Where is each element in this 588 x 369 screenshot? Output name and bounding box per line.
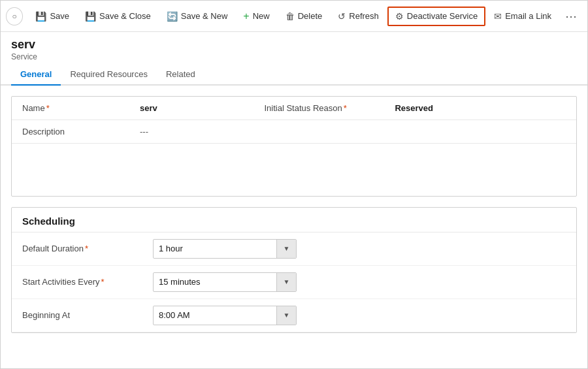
default-duration-label: Default Duration* bbox=[12, 233, 142, 266]
deactivate-label: Deactivate Service bbox=[407, 11, 478, 21]
initial-status-value: Reserved bbox=[384, 97, 576, 120]
refresh-button[interactable]: ↺ Refresh bbox=[331, 7, 386, 25]
save-close-label: Save & Close bbox=[99, 11, 151, 21]
new-button[interactable]: + New bbox=[236, 7, 276, 26]
beginning-at-field: 8:00 AM ▼ bbox=[142, 298, 576, 332]
save-close-button[interactable]: 💾 Save & Close bbox=[78, 7, 158, 25]
more-icon: ⋯ bbox=[565, 10, 577, 23]
description-row: Description --- bbox=[12, 120, 576, 144]
dropdown-arrow-icon-3: ▼ bbox=[284, 312, 290, 319]
tab-general[interactable]: General bbox=[11, 64, 61, 86]
desc-right-label bbox=[253, 120, 384, 144]
new-label: New bbox=[253, 11, 270, 21]
general-form-table: Name* serv Initial Status Reason* Reserv… bbox=[12, 97, 576, 196]
deactivate-icon: ⚙ bbox=[395, 11, 404, 22]
delete-icon: 🗑 bbox=[286, 11, 295, 22]
description-label: Description bbox=[12, 120, 129, 144]
delete-label: Delete bbox=[298, 11, 323, 21]
page-subtitle: Service bbox=[11, 52, 577, 61]
default-duration-required: * bbox=[85, 244, 88, 253]
scheduling-table: Default Duration* 1 hour ▼ bbox=[12, 233, 576, 332]
beginning-at-arrow[interactable]: ▼ bbox=[276, 306, 296, 325]
save-button[interactable]: 💾 Save bbox=[28, 7, 76, 25]
scheduling-header: Scheduling bbox=[12, 208, 576, 233]
new-icon: + bbox=[243, 10, 249, 22]
start-activities-select[interactable]: 15 minutes ▼ bbox=[153, 272, 297, 292]
default-duration-select[interactable]: 1 hour ▼ bbox=[153, 239, 297, 259]
content-area: Name* serv Initial Status Reason* Reserv… bbox=[1, 86, 587, 368]
start-activities-arrow[interactable]: ▼ bbox=[276, 272, 296, 292]
save-new-button[interactable]: 🔄 Save & New bbox=[159, 7, 235, 25]
default-duration-value: 1 hour bbox=[154, 244, 276, 253]
start-activities-row: Start Activities Every* 15 minutes ▼ bbox=[12, 265, 576, 298]
description-value: --- bbox=[129, 120, 253, 144]
name-required: * bbox=[46, 103, 50, 113]
default-duration-row: Default Duration* 1 hour ▼ bbox=[12, 233, 576, 266]
dropdown-arrow-icon: ▼ bbox=[284, 245, 290, 252]
tab-required-resources[interactable]: Required Resources bbox=[61, 64, 157, 86]
beginning-at-select[interactable]: 8:00 AM ▼ bbox=[153, 306, 297, 325]
initial-status-label: Initial Status Reason* bbox=[253, 97, 384, 120]
name-value: serv bbox=[129, 97, 253, 120]
default-duration-arrow[interactable]: ▼ bbox=[276, 239, 296, 259]
save-new-label: Save & New bbox=[181, 11, 228, 21]
spacer-cell bbox=[12, 144, 576, 196]
tab-related[interactable]: Related bbox=[157, 64, 204, 86]
save-icon: 💾 bbox=[35, 11, 46, 22]
start-activities-value: 15 minutes bbox=[154, 277, 276, 287]
scheduling-section: Scheduling Default Duration* 1 hour ▼ bbox=[11, 207, 577, 333]
beginning-at-label: Beginning At bbox=[12, 298, 142, 332]
save-label: Save bbox=[50, 11, 69, 21]
page-title: serv bbox=[11, 37, 577, 52]
refresh-icon: ↺ bbox=[338, 11, 346, 22]
email-link-button[interactable]: ✉ Email a Link bbox=[487, 7, 559, 25]
tabs-bar: General Required Resources Related bbox=[1, 64, 587, 86]
beginning-at-value: 8:00 AM bbox=[154, 310, 276, 320]
save-new-icon: 🔄 bbox=[167, 11, 178, 22]
desc-right-value bbox=[384, 120, 576, 144]
beginning-at-row: Beginning At 8:00 AM ▼ bbox=[12, 298, 576, 332]
start-activities-required: * bbox=[101, 277, 104, 287]
refresh-label: Refresh bbox=[349, 11, 379, 21]
start-activities-label: Start Activities Every* bbox=[12, 265, 142, 298]
back-button[interactable]: ○ bbox=[6, 7, 23, 25]
spacer-row bbox=[12, 144, 576, 196]
more-button[interactable]: ⋯ bbox=[560, 6, 582, 27]
general-form-section: Name* serv Initial Status Reason* Reserv… bbox=[11, 96, 577, 197]
dropdown-arrow-icon-2: ▼ bbox=[284, 278, 290, 285]
initial-status-required: * bbox=[344, 103, 347, 113]
deactivate-button[interactable]: ⚙ Deactivate Service bbox=[387, 7, 485, 26]
default-duration-field: 1 hour ▼ bbox=[142, 233, 576, 266]
back-icon: ○ bbox=[12, 12, 17, 21]
email-link-label: Email a Link bbox=[505, 11, 551, 21]
page-header: serv Service bbox=[1, 32, 587, 64]
delete-button[interactable]: 🗑 Delete bbox=[278, 7, 330, 25]
save-close-icon: 💾 bbox=[85, 11, 96, 22]
name-row: Name* serv Initial Status Reason* Reserv… bbox=[12, 97, 576, 120]
toolbar: ○ 💾 Save 💾 Save & Close 🔄 Save & New + N… bbox=[1, 1, 587, 32]
start-activities-field: 15 minutes ▼ bbox=[142, 265, 576, 298]
name-label: Name* bbox=[12, 97, 129, 120]
email-icon: ✉ bbox=[494, 11, 502, 22]
